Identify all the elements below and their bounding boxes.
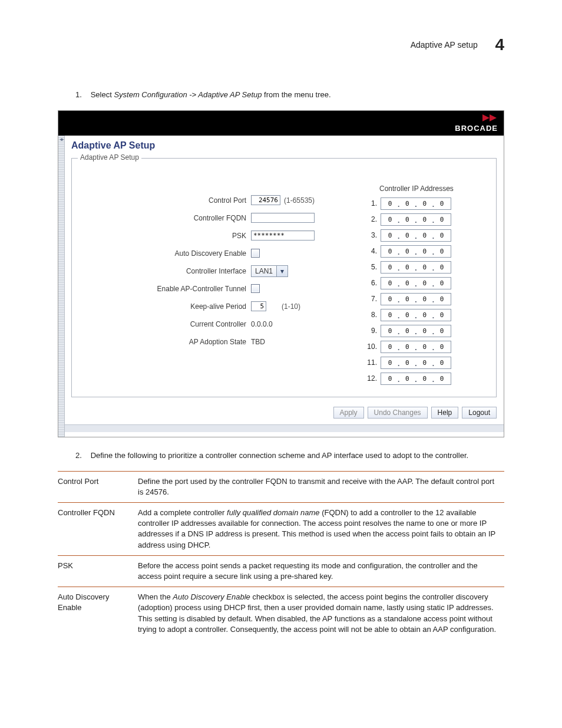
brand-logo: BROCADE	[455, 113, 498, 133]
sidebar-collapse-handle[interactable]	[58, 136, 65, 437]
ip-octet-input[interactable]	[384, 216, 396, 223]
ip-address-input[interactable]: ...	[381, 261, 451, 274]
desc-control-port: Define the port used by the controller F…	[138, 471, 504, 502]
ip-octet-input[interactable]	[435, 279, 448, 287]
ip-octet-input[interactable]	[435, 232, 448, 239]
brand-mark-icon	[455, 113, 498, 123]
ip-octet-input[interactable]	[401, 279, 414, 287]
ip-octet-input[interactable]	[418, 279, 431, 287]
ip-octet-input[interactable]	[435, 311, 448, 319]
table-row: Control Port Define the port used by the…	[58, 471, 504, 502]
ip-addresses-column: Controller IP Addresses 1....2....3....4…	[363, 168, 487, 388]
horizontal-scrollbar[interactable]	[58, 424, 504, 432]
ip-row-index: 3.	[363, 231, 381, 239]
ip-octet-input[interactable]	[401, 263, 414, 271]
ip-octet-input[interactable]	[435, 295, 448, 303]
ip-octet-input[interactable]	[401, 200, 414, 207]
psk-input[interactable]	[251, 230, 315, 241]
ip-address-input[interactable]: ...	[381, 373, 451, 385]
ip-octet-input[interactable]	[418, 375, 431, 383]
ip-octet-input[interactable]	[418, 248, 431, 255]
ip-address-row: 8....	[363, 309, 487, 321]
ip-octet-input[interactable]	[401, 343, 414, 351]
auto-discovery-checkbox[interactable]	[251, 249, 260, 258]
ip-octet-input[interactable]	[435, 248, 448, 255]
ip-octet-input[interactable]	[418, 263, 431, 271]
term-auto-discovery: Auto Discovery Enable	[58, 587, 138, 640]
ip-octet-input[interactable]	[435, 343, 448, 351]
ip-octet-input[interactable]	[401, 248, 414, 255]
ip-octet-input[interactable]	[384, 248, 396, 255]
ip-octet-input[interactable]	[401, 359, 414, 367]
ip-octet-input[interactable]	[384, 263, 396, 271]
ip-octet-input[interactable]	[418, 232, 431, 239]
ip-address-input[interactable]: ...	[381, 277, 451, 289]
term-controller-fqdn: Controller FQDN	[58, 503, 138, 556]
ip-octet-input[interactable]	[384, 327, 396, 335]
ip-address-input[interactable]: ...	[381, 325, 451, 337]
ip-address-input[interactable]: ...	[381, 309, 451, 321]
ip-address-row: 9....	[363, 325, 487, 337]
ip-octet-input[interactable]	[384, 311, 396, 319]
controller-fqdn-input[interactable]	[251, 213, 315, 223]
ip-octet-input[interactable]	[384, 232, 396, 239]
ip-octet-input[interactable]	[401, 295, 414, 303]
ip-address-row: 6....	[363, 277, 487, 289]
ip-address-input[interactable]: ...	[381, 341, 451, 353]
apply-button[interactable]: Apply	[333, 407, 364, 419]
psk-label: PSK	[139, 232, 251, 240]
ip-octet-input[interactable]	[401, 232, 414, 239]
ip-octet-input[interactable]	[435, 375, 448, 383]
controller-interface-label: Controller Interface	[139, 267, 251, 275]
logout-button[interactable]: Logout	[462, 407, 497, 419]
ip-address-input[interactable]: ...	[381, 197, 451, 210]
ip-octet-input[interactable]	[435, 359, 448, 367]
ip-octet-input[interactable]	[384, 375, 396, 383]
ip-octet-input[interactable]	[435, 327, 448, 335]
help-button[interactable]: Help	[431, 407, 459, 419]
table-row: Auto Discovery Enable When the Auto Disc…	[58, 587, 504, 640]
ip-row-index: 8.	[363, 311, 381, 319]
controller-interface-dropdown[interactable]: LAN1 ▾	[251, 265, 288, 277]
ip-octet-input[interactable]	[384, 200, 396, 207]
ip-octet-input[interactable]	[418, 200, 431, 207]
ip-octet-input[interactable]	[418, 311, 431, 319]
ip-address-input[interactable]: ...	[381, 357, 451, 369]
ip-address-row: 11....	[363, 357, 487, 369]
ip-octet-input[interactable]	[384, 279, 396, 287]
keep-alive-label: Keep-alive Period	[139, 302, 251, 311]
ip-row-index: 2.	[363, 215, 381, 223]
undo-changes-button[interactable]: Undo Changes	[368, 407, 428, 419]
ip-octet-input[interactable]	[418, 216, 431, 223]
ip-octet-input[interactable]	[384, 359, 396, 367]
ip-address-input[interactable]: ...	[381, 245, 451, 258]
ip-address-row: 4....	[363, 245, 487, 258]
ip-addresses-header: Controller IP Addresses	[363, 185, 487, 193]
ip-octet-input[interactable]	[384, 295, 396, 303]
ip-address-input[interactable]: ...	[381, 229, 451, 242]
control-port-input[interactable]	[251, 195, 280, 205]
step-2: 2. Define the following to prioritize a …	[75, 450, 504, 462]
ip-octet-input[interactable]	[435, 263, 448, 271]
auto-discovery-label: Auto Discovery Enable	[139, 249, 251, 258]
ip-octet-input[interactable]	[418, 343, 431, 351]
ip-octet-input[interactable]	[435, 200, 448, 207]
ip-address-input[interactable]: ...	[381, 213, 451, 226]
ip-octet-input[interactable]	[418, 359, 431, 367]
ip-octet-input[interactable]	[401, 375, 414, 383]
current-controller-label: Current Controller	[139, 320, 251, 328]
ip-octet-input[interactable]	[418, 295, 431, 303]
ip-address-input[interactable]: ...	[381, 293, 451, 305]
ip-octet-input[interactable]	[401, 216, 414, 223]
ip-octet-input[interactable]	[435, 216, 448, 223]
ip-octet-input[interactable]	[418, 327, 431, 335]
adoption-state-value: TBD	[251, 338, 265, 346]
action-button-bar: Apply Undo Changes Help Logout	[58, 407, 504, 424]
adaptive-ap-setup-group: Adaptive AP Setup Control Port (1-65535)…	[71, 158, 497, 397]
enable-tunnel-checkbox[interactable]	[251, 284, 260, 293]
ip-address-row: 12....	[363, 373, 487, 385]
ip-octet-input[interactable]	[401, 327, 414, 335]
ip-octet-input[interactable]	[384, 343, 396, 351]
keep-alive-input[interactable]	[251, 301, 266, 311]
ip-octet-input[interactable]	[401, 311, 414, 319]
